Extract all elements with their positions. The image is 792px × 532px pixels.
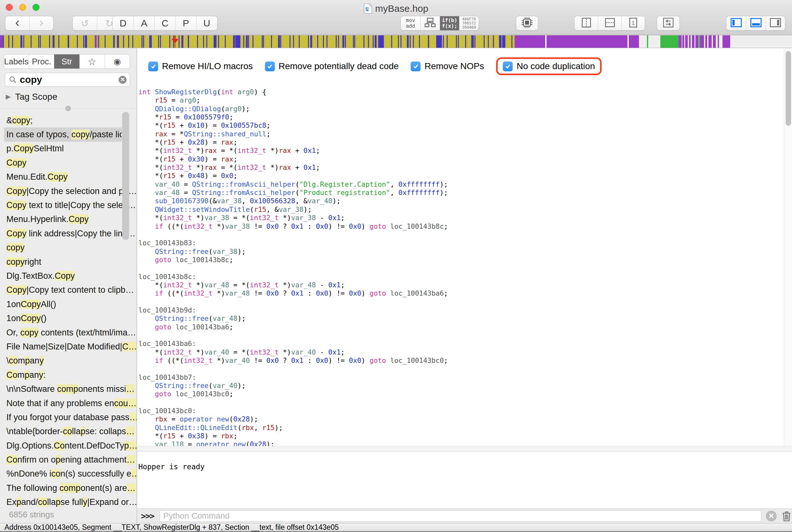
code-line[interactable]: *(r15 + 0x10) = 0x100557bc8; [139, 121, 448, 130]
code-line[interactable]: rbx = operator new(0x28); [139, 415, 448, 423]
checkbox-remove-potentially-dead-code[interactable]: Remove potentially dead code [265, 61, 399, 71]
tab-procedures[interactable]: Proc. [29, 55, 54, 69]
split-vertical-button[interactable] [574, 16, 598, 30]
string-list-item[interactable]: Expand/collapse fully|Expand or… [0, 495, 136, 509]
code-line[interactable] [139, 399, 448, 407]
string-list-item[interactable]: If you forgot your database pass… [0, 410, 136, 424]
pseudocode-listing[interactable]: int ShowRegisterDlg(int arg0) { r15 = ar… [139, 88, 448, 449]
string-list-item[interactable]: p.CopySelHtml [0, 142, 136, 156]
string-list-item[interactable]: Copy link address|Copy the link… [0, 227, 136, 241]
sidebar-scrollbar-thumb[interactable] [122, 112, 129, 240]
tab-bookmarks[interactable]: ☆ [79, 55, 105, 69]
hex-view-button[interactable]: 486F70706572204469 [459, 16, 479, 30]
code-line[interactable] [139, 264, 448, 272]
single-view-button[interactable]: 1 [622, 16, 645, 30]
clear-console-icon[interactable]: ✕ [766, 511, 777, 521]
code-line[interactable]: *r15 = 0x1005579f0; [139, 113, 448, 121]
code-line[interactable]: QLineEdit::QLineEdit(rbx, r15); [139, 424, 448, 432]
code-line[interactable]: goto loc_100143b8c; [139, 256, 448, 264]
string-list-item[interactable]: Note that if any problems encou… [0, 396, 136, 410]
string-list-item[interactable]: \ntable{border-collapse: collaps… [0, 425, 136, 439]
toggle-right-panel-button[interactable] [766, 16, 785, 30]
string-list-item[interactable]: Copy [0, 156, 136, 170]
toggle-bottom-panel-button[interactable] [746, 16, 765, 30]
string-list-item[interactable]: In case of typos, copy/paste lice… [4, 128, 122, 141]
code-line[interactable]: *(int32_t *)rax = *(int32_t *)rax + 0x1; [139, 164, 448, 172]
string-list-item[interactable]: copyright [0, 255, 136, 269]
code-line[interactable]: *(r15 + 0x30) = rax; [139, 155, 448, 164]
code-line[interactable]: loc_100143bc0: [139, 407, 448, 415]
code-line[interactable]: loc_100143ba6: [139, 340, 448, 348]
tab-labels[interactable]: Labels [4, 55, 29, 69]
code-line[interactable]: loc_100143bb7: [139, 373, 448, 382]
code-line[interactable]: QString::free(var_48); [139, 315, 448, 323]
code-scrollbar-track[interactable] [784, 49, 792, 446]
type-button-d[interactable]: D [113, 16, 134, 30]
code-line[interactable]: loc_100143b83: [139, 239, 448, 247]
checkbox-remove-hi-lo-macros[interactable]: Remove HI/LO macros [148, 61, 253, 71]
code-line[interactable]: if ((*(int32_t *)var_38 != 0x0 ? 0x1 : 0… [139, 222, 448, 231]
code-line[interactable]: goto loc_100143ba6; [139, 323, 448, 331]
code-line[interactable]: var_48 = QString::fromAscii_helper("Prod… [139, 189, 448, 197]
code-line[interactable]: *(int32_t *)var_38 = *(int32_t *)var_38 … [139, 214, 448, 222]
string-list-item[interactable]: Menu.Edit.Copy [0, 170, 136, 184]
code-line[interactable]: *(int32_t *)var_48 = *(int32_t *)var_48 … [139, 281, 448, 289]
code-line[interactable]: r15 = arg0; [139, 96, 448, 104]
type-button-a[interactable]: A [134, 16, 155, 30]
tag-scope-disclosure[interactable]: ▶Tag Scope [6, 92, 57, 102]
code-line[interactable]: *(r15 + 0x28) = rax; [139, 138, 448, 147]
code-line[interactable]: *(int32_t *)var_40 = *(int32_t *)var_40 … [139, 348, 448, 357]
code-line[interactable]: *(int32_t *)rax = *(int32_t *)rax + 0x1; [139, 147, 448, 155]
checkbox-remove-nops[interactable]: Remove NOPs [411, 61, 484, 71]
string-list-item[interactable]: Menu.Hyperlink.Copy [0, 212, 136, 227]
string-list-item[interactable]: The following component(s) are… [0, 481, 136, 495]
string-list-item[interactable]: \n\nSoftware components missi… [0, 382, 136, 396]
code-line[interactable] [139, 231, 448, 239]
tab-strings[interactable]: Str [54, 55, 79, 69]
string-list-item[interactable]: Confirm on opening attachment… [0, 453, 136, 467]
code-line[interactable] [139, 298, 448, 306]
cpu-button[interactable] [516, 16, 538, 31]
code-line[interactable]: sub_100167390(&var_38, 0x100566328, &var… [139, 197, 448, 205]
type-button-p[interactable]: P [176, 16, 197, 30]
splitter-knob[interactable] [66, 106, 71, 111]
undo-button[interactable]: ↺ [73, 16, 97, 30]
code-line[interactable]: if ((*(int32_t *)var_48 != 0x0 ? 0x1 : 0… [139, 289, 448, 298]
search-input[interactable] [20, 74, 118, 85]
string-list-item[interactable]: Copy text to title|Copy the selec… [0, 198, 136, 212]
string-list-item[interactable]: Company: [0, 368, 136, 382]
address-space-minimap[interactable] [0, 35, 792, 48]
string-list-item[interactable]: Copy|Copy text content to clipb… [0, 283, 136, 297]
split-horizontal-button[interactable] [598, 16, 621, 30]
string-list-item[interactable]: %nDone% icon(s) successfully e… [0, 467, 136, 481]
checkbox-no-code-duplication[interactable]: No code duplication [496, 57, 602, 75]
code-line[interactable]: int ShowRegisterDlg(int arg0) { [139, 88, 448, 96]
cfg-view-button[interactable] [420, 16, 440, 30]
code-line[interactable]: QDialog::QDialog(arg0); [139, 105, 448, 113]
trash-icon[interactable] [781, 510, 792, 522]
assembly-view-button[interactable]: movadd [401, 16, 420, 30]
string-list-item[interactable]: 1onCopy() [0, 311, 136, 325]
string-list-item[interactable]: Copy|Copy the selection and pu… [0, 184, 136, 198]
toggle-left-panel-button[interactable] [726, 16, 746, 30]
console-splitter[interactable] [137, 446, 792, 451]
back-button[interactable]: ‹ [5, 16, 29, 30]
string-list-item[interactable]: copy [0, 241, 136, 255]
checkbox-checked-icon[interactable] [411, 61, 421, 71]
string-list-item[interactable]: &copy; [0, 113, 136, 128]
code-scrollbar-thumb[interactable] [786, 51, 791, 126]
code-line[interactable]: *(r15 + 0x48) = 0x0; [139, 172, 448, 180]
swap-panes-button[interactable] [657, 16, 680, 31]
checkbox-checked-icon[interactable] [503, 61, 513, 71]
code-line[interactable]: *(r15 + 0x38) = rbx; [139, 432, 448, 440]
string-list-item[interactable]: Or, copy contents (text/html/ima… [0, 326, 136, 340]
string-list-item[interactable]: File Name|Size|Date Modified|C… [0, 340, 136, 354]
code-line[interactable]: loc_100143b9d: [139, 306, 448, 315]
code-line[interactable]: QString::free(var_40); [139, 382, 448, 390]
code-line[interactable]: goto loc_100143bc0; [139, 390, 448, 398]
code-line[interactable]: rax = *QString::shared_null; [139, 130, 448, 138]
clear-search-icon[interactable]: ✕ [118, 76, 127, 84]
code-line[interactable]: if ((*(int32_t *)var_40 != 0x0 ? 0x1 : 0… [139, 357, 448, 365]
string-list-item[interactable]: Dlg.Options.Content.DefDocTyp… [0, 439, 136, 453]
forward-button[interactable]: › [29, 16, 53, 30]
